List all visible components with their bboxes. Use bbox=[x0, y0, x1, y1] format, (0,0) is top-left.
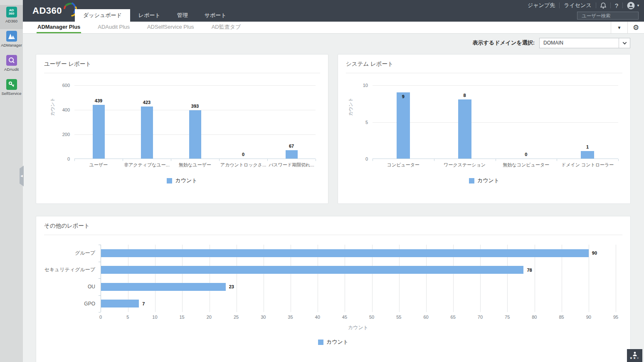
category-label: パスワード期限切れ... bbox=[267, 162, 316, 168]
bar-value-label: 7 bbox=[142, 301, 145, 306]
selfservice-app-icon bbox=[6, 79, 17, 90]
x-axis-tick: 90 bbox=[586, 315, 591, 320]
separator bbox=[610, 2, 611, 8]
category-label: アカウントロックさ... bbox=[219, 162, 267, 168]
nav-tab-admin[interactable]: 管理 bbox=[169, 9, 196, 22]
axis-tick-mark bbox=[99, 312, 101, 312]
chart-title: システム レポート bbox=[338, 55, 630, 68]
bar[interactable] bbox=[93, 105, 105, 159]
y-axis-label: カウント bbox=[348, 97, 354, 116]
legend[interactable]: カウント bbox=[36, 338, 630, 346]
bar[interactable] bbox=[101, 249, 589, 257]
axis-tick-mark bbox=[373, 159, 373, 161]
y-axis-tick: 400 bbox=[62, 107, 74, 112]
collapse-left-arrow-icon[interactable]: ◀ bbox=[20, 166, 24, 186]
search-input[interactable] bbox=[577, 13, 644, 18]
tab-admanager-plus[interactable]: ADManager Plus bbox=[37, 22, 81, 33]
rail-item-selfservice[interactable]: SelfService bbox=[0, 77, 23, 102]
rail-item-adaudit[interactable]: ADAudit bbox=[0, 53, 23, 77]
system-report-card: システム レポート 1050カウント9801コンピューターワークステーション無効… bbox=[338, 54, 631, 204]
bar[interactable] bbox=[286, 150, 298, 159]
tab-adaudit-plus[interactable]: ADAudit Plus bbox=[97, 22, 131, 33]
admanager-app-icon bbox=[6, 31, 17, 42]
user-report-chart: 6004002000カウント439423393067ユーザー非アクティブなユー.… bbox=[36, 85, 328, 184]
category-label: GPO bbox=[36, 295, 101, 312]
license-link[interactable]: ライセンス bbox=[564, 2, 592, 9]
y-axis-tick: 200 bbox=[62, 132, 74, 137]
legend-swatch bbox=[167, 178, 172, 183]
legend-swatch bbox=[318, 340, 323, 345]
category-label: セキュリティグループ bbox=[36, 262, 101, 279]
topbar-utilities: ジャンプ先 ライセンス ? ▼ bbox=[528, 0, 640, 11]
rail-item-ad360[interactable]: AD360 AD360 bbox=[0, 5, 23, 29]
top-bar: AD360 ダッシュボード レポート 管理 サポート ジャンプ先 ライセンス ?… bbox=[23, 0, 644, 22]
tab-adselfservice-plus[interactable]: ADSelfService Plus bbox=[146, 22, 195, 33]
bar[interactable] bbox=[397, 92, 410, 159]
tab-ad-audit-tab[interactable]: AD監査タブ bbox=[211, 22, 242, 33]
domain-select-dropdown[interactable] bbox=[619, 38, 630, 48]
user-menu[interactable]: ▼ bbox=[627, 2, 640, 10]
bar[interactable] bbox=[101, 266, 523, 274]
bar[interactable] bbox=[189, 110, 201, 159]
nav-tab-reports[interactable]: レポート bbox=[130, 9, 169, 22]
y-axis-tick: 600 bbox=[62, 83, 74, 88]
nav-tab-dashboard[interactable]: ダッシュボード bbox=[75, 9, 130, 22]
legend-swatch bbox=[469, 178, 474, 183]
feedback-button[interactable]: ★★★ bbox=[627, 349, 642, 362]
category-label: ドメイン コントローラー bbox=[557, 162, 618, 168]
nav-tab-support[interactable]: サポート bbox=[196, 9, 235, 22]
domain-select-value: DOMAIN bbox=[540, 40, 619, 46]
divider bbox=[346, 73, 622, 73]
rating-stars-icon: ★★★ bbox=[629, 357, 640, 360]
axis-tick-mark bbox=[99, 245, 101, 245]
bar[interactable] bbox=[141, 107, 153, 159]
bar-value-label: 0 bbox=[242, 152, 244, 157]
category-label: 無効なユーザー bbox=[171, 162, 219, 168]
axis-tick-mark bbox=[74, 159, 75, 161]
y-axis-tick: 5 bbox=[365, 120, 373, 125]
user-search bbox=[577, 12, 639, 20]
tab-overflow-button[interactable]: ▼ bbox=[611, 22, 627, 33]
bar[interactable] bbox=[101, 283, 226, 291]
axis-tick-mark bbox=[99, 295, 101, 296]
x-axis-tick: 5 bbox=[126, 315, 129, 320]
notification-bell-icon[interactable] bbox=[600, 2, 606, 9]
x-axis-tick: 65 bbox=[451, 315, 456, 320]
divider bbox=[44, 73, 320, 73]
domain-select[interactable]: DOMAIN bbox=[539, 38, 630, 48]
bar[interactable] bbox=[581, 151, 594, 159]
category-label: 無効なコンピューター bbox=[496, 162, 557, 168]
settings-button[interactable]: ⚙ bbox=[627, 22, 644, 33]
x-axis-tick: 45 bbox=[342, 315, 347, 320]
axis-tick-mark bbox=[219, 159, 220, 161]
gridline bbox=[616, 245, 616, 312]
tab-controls: ▼ ⚙ bbox=[611, 22, 644, 33]
rail-item-label: AD360 bbox=[0, 19, 23, 23]
rail-item-admanager[interactable]: ADManager bbox=[0, 29, 23, 53]
category-label: ワークステーション bbox=[434, 162, 496, 168]
separator bbox=[596, 2, 596, 8]
other-reports-card: その他のレポート グループセキュリティグループOUGPO907823705101… bbox=[36, 216, 631, 362]
category-label: ユーザー bbox=[74, 162, 123, 168]
bar-value-label: 8 bbox=[464, 93, 466, 98]
legend[interactable]: カウント bbox=[338, 177, 630, 184]
help-link[interactable]: ? bbox=[615, 2, 618, 9]
bar-value-label: 9 bbox=[402, 94, 405, 99]
bar[interactable] bbox=[458, 99, 471, 159]
bar-value-label: 78 bbox=[527, 268, 532, 273]
product-tabs: ADManager Plus ADAudit Plus ADSelfServic… bbox=[23, 22, 644, 34]
legend-label: カウント bbox=[477, 177, 499, 184]
y-axis-tick: 0 bbox=[67, 156, 74, 161]
legend[interactable]: カウント bbox=[36, 177, 328, 184]
axis-tick-mark bbox=[434, 159, 434, 161]
system-report-chart: 1050カウント9801コンピューターワークステーション無効なコンピュータードメ… bbox=[338, 85, 630, 184]
bar[interactable] bbox=[101, 300, 139, 307]
bar-value-label: 1 bbox=[586, 144, 589, 149]
chart-title: その他のレポート bbox=[36, 216, 630, 230]
axis-tick-mark bbox=[99, 262, 101, 262]
x-axis-tick: 30 bbox=[261, 315, 266, 320]
chart-title: ユーザー レポート bbox=[36, 55, 328, 68]
x-axis-tick: 40 bbox=[315, 315, 320, 320]
rail-item-label: ADManager bbox=[0, 43, 23, 47]
jump-to-link[interactable]: ジャンプ先 bbox=[528, 2, 555, 9]
